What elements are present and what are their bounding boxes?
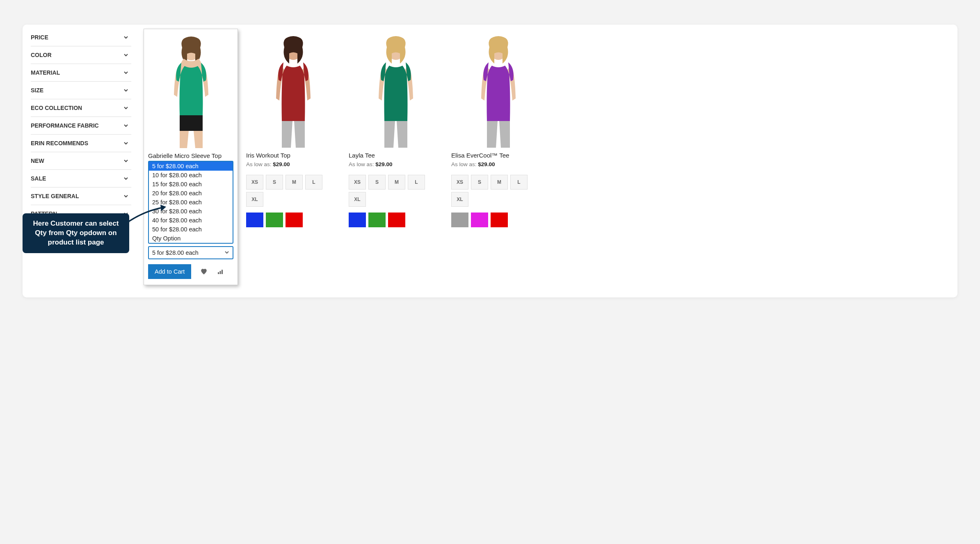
chevron-down-icon bbox=[123, 34, 129, 40]
filter-label: COLOR bbox=[31, 52, 52, 58]
product-name[interactable]: Layla Tee bbox=[349, 152, 443, 159]
qty-select[interactable]: 5 for $28.00 each bbox=[148, 246, 233, 259]
product-listing-panel: PRICECOLORMATERIALSIZEECO COLLECTIONPERF… bbox=[23, 25, 957, 297]
size-swatch-xl[interactable]: XL bbox=[246, 192, 263, 207]
color-swatch[interactable] bbox=[349, 213, 366, 227]
svg-rect-2 bbox=[218, 272, 219, 274]
product-image[interactable] bbox=[451, 29, 546, 148]
size-swatches: XSSMLXL bbox=[451, 175, 546, 207]
price-value: $29.00 bbox=[375, 161, 392, 167]
model-illustration bbox=[252, 29, 334, 148]
filter-sale[interactable]: SALE bbox=[31, 170, 131, 187]
filter-label: STYLE GENERAL bbox=[31, 193, 79, 199]
filter-label: NEW bbox=[31, 158, 44, 164]
product-image[interactable] bbox=[144, 29, 238, 148]
price-line: As low as: $29.00 bbox=[246, 161, 340, 167]
chevron-down-icon bbox=[123, 70, 129, 75]
color-swatch[interactable] bbox=[471, 213, 488, 227]
chevron-down-icon bbox=[123, 123, 129, 128]
size-swatch-xs[interactable]: XS bbox=[349, 175, 366, 190]
filter-style-general[interactable]: STYLE GENERAL bbox=[31, 187, 131, 205]
product-name[interactable]: Elisa EverCool™ Tee bbox=[451, 152, 546, 159]
size-swatch-xl[interactable]: XL bbox=[451, 192, 468, 207]
as-low-as-label: As low as: bbox=[349, 161, 374, 167]
product-card-featured[interactable]: Gabrielle Micro Sleeve Top 5 for $28.00 … bbox=[144, 29, 238, 285]
filter-new[interactable]: NEW bbox=[31, 152, 131, 170]
price-value: $29.00 bbox=[273, 161, 290, 167]
filter-label: ERIN RECOMMENDS bbox=[31, 140, 88, 146]
model-illustration bbox=[457, 29, 539, 148]
chevron-down-icon bbox=[123, 52, 129, 58]
filter-eco-collection[interactable]: ECO COLLECTION bbox=[31, 99, 131, 117]
color-swatch[interactable] bbox=[491, 213, 508, 227]
model-illustration bbox=[150, 29, 232, 148]
size-swatch-xs[interactable]: XS bbox=[451, 175, 468, 190]
filter-label: PERFORMANCE FABRIC bbox=[31, 122, 99, 129]
chevron-down-icon bbox=[123, 176, 129, 181]
product-card[interactable]: Elisa EverCool™ TeeAs low as: $29.00XSSM… bbox=[451, 29, 546, 285]
filter-label: SALE bbox=[31, 175, 46, 182]
filter-color[interactable]: COLOR bbox=[31, 46, 131, 64]
size-swatch-s[interactable]: S bbox=[266, 175, 283, 190]
filter-label: PRICE bbox=[31, 34, 48, 41]
size-swatch-l[interactable]: L bbox=[305, 175, 322, 190]
chevron-down-icon bbox=[224, 249, 229, 256]
size-swatch-m[interactable]: M bbox=[286, 175, 303, 190]
product-card[interactable]: Layla TeeAs low as: $29.00XSSMLXL bbox=[349, 29, 443, 285]
color-swatches bbox=[451, 213, 546, 227]
filter-price[interactable]: PRICE bbox=[31, 29, 131, 46]
color-swatches bbox=[246, 213, 340, 227]
size-swatch-m[interactable]: M bbox=[388, 175, 405, 190]
size-swatch-m[interactable]: M bbox=[491, 175, 508, 190]
qty-option[interactable]: Qty Option bbox=[149, 234, 233, 243]
color-swatch[interactable] bbox=[266, 213, 283, 227]
product-name[interactable]: Iris Workout Top bbox=[246, 152, 340, 159]
add-to-cart-button[interactable]: Add to Cart bbox=[148, 264, 191, 279]
size-swatch-s[interactable]: S bbox=[471, 175, 488, 190]
svg-rect-3 bbox=[220, 271, 221, 274]
qty-option[interactable]: 10 for $28.00 each bbox=[149, 171, 233, 180]
price-line: As low as: $29.00 bbox=[349, 161, 443, 167]
filter-erin-recommends[interactable]: ERIN RECOMMENDS bbox=[31, 135, 131, 152]
product-name[interactable]: Gabrielle Micro Sleeve Top bbox=[144, 152, 238, 159]
size-swatch-xs[interactable]: XS bbox=[246, 175, 263, 190]
size-swatch-l[interactable]: L bbox=[510, 175, 528, 190]
size-swatch-s[interactable]: S bbox=[368, 175, 386, 190]
size-swatch-l[interactable]: L bbox=[408, 175, 425, 190]
chevron-down-icon bbox=[123, 193, 129, 199]
chevron-down-icon bbox=[123, 87, 129, 93]
color-swatch[interactable] bbox=[286, 213, 303, 227]
product-card[interactable]: Iris Workout TopAs low as: $29.00XSSMLXL bbox=[246, 29, 340, 285]
color-swatch[interactable] bbox=[388, 213, 405, 227]
filter-size[interactable]: SIZE bbox=[31, 82, 131, 99]
chevron-down-icon bbox=[123, 105, 129, 111]
filter-material[interactable]: MATERIAL bbox=[31, 64, 131, 82]
chevron-down-icon bbox=[123, 140, 129, 146]
size-swatches: XSSMLXL bbox=[349, 175, 443, 207]
color-swatch[interactable] bbox=[246, 213, 263, 227]
qty-selected-value: 5 for $28.00 each bbox=[152, 249, 199, 256]
filter-label: ECO COLLECTION bbox=[31, 105, 82, 111]
qty-option[interactable]: 15 for $28.00 each bbox=[149, 180, 233, 189]
color-swatch[interactable] bbox=[368, 213, 386, 227]
as-low-as-label: As low as: bbox=[451, 161, 477, 167]
svg-rect-1 bbox=[180, 115, 203, 131]
color-swatch[interactable] bbox=[451, 213, 468, 227]
svg-rect-4 bbox=[222, 270, 223, 274]
product-grid: Gabrielle Micro Sleeve Top 5 for $28.00 … bbox=[144, 29, 949, 297]
price-line: As low as: $29.00 bbox=[451, 161, 546, 167]
layout: PRICECOLORMATERIALSIZEECO COLLECTIONPERF… bbox=[31, 29, 949, 297]
chevron-down-icon bbox=[123, 158, 129, 164]
compare-bars-icon[interactable] bbox=[217, 268, 224, 275]
filter-performance-fabric[interactable]: PERFORMANCE FABRIC bbox=[31, 117, 131, 135]
product-image[interactable] bbox=[246, 29, 340, 148]
size-swatches: XSSMLXL bbox=[246, 175, 340, 207]
model-illustration bbox=[355, 29, 437, 148]
qty-option[interactable]: 20 for $28.00 each bbox=[149, 189, 233, 198]
cart-action-row: Add to Cart bbox=[148, 264, 233, 279]
qty-option[interactable]: 5 for $28.00 each bbox=[149, 162, 233, 171]
annotation-callout: Here Customer can select Qty from Qty op… bbox=[23, 213, 129, 253]
wishlist-heart-icon[interactable] bbox=[200, 268, 208, 275]
size-swatch-xl[interactable]: XL bbox=[349, 192, 366, 207]
product-image[interactable] bbox=[349, 29, 443, 148]
